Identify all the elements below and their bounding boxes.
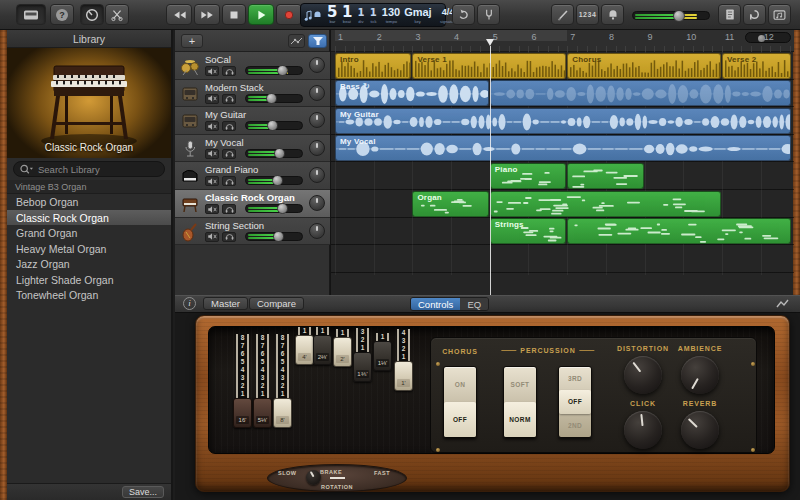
percussion-harmonic-switch-option-off[interactable]: OFF <box>559 390 591 413</box>
track-row-my-vocal[interactable]: My Vocal <box>175 135 330 163</box>
drawbar-handle[interactable]: 2' <box>333 337 352 367</box>
solo-button[interactable] <box>222 204 236 214</box>
loop-browser-button[interactable] <box>743 4 766 25</box>
track-volume-slider[interactable] <box>245 232 303 241</box>
library-item-tonewheel-organ[interactable]: Tonewheel Organ <box>7 287 171 303</box>
stop-button[interactable] <box>222 4 246 25</box>
track-row-socal[interactable]: SoCal <box>175 52 330 80</box>
lcd-beat-field[interactable]: 1beat <box>339 4 355 26</box>
drawbar-1[interactable]: 43211' <box>394 330 413 428</box>
region-midi-1[interactable] <box>567 163 643 189</box>
region-intro[interactable]: Intro <box>335 53 411 79</box>
library-item-grand-organ[interactable]: Grand Organ <box>7 225 171 241</box>
solo-button[interactable] <box>222 121 236 131</box>
mute-button[interactable] <box>205 94 219 104</box>
pan-knob[interactable] <box>309 223 325 239</box>
library-item-heavy-metal-organ[interactable]: Heavy Metal Organ <box>7 241 171 257</box>
library-category[interactable]: Vintage B3 Organ <box>7 180 171 194</box>
play-button[interactable] <box>248 4 274 25</box>
volume-knob[interactable] <box>272 175 283 186</box>
library-item-lighter-shade-organ[interactable]: Lighter Shade Organ <box>7 272 171 288</box>
rotation-control[interactable]: SLOWBRAKEFASTROTATION <box>267 464 407 492</box>
pan-knob[interactable] <box>309 85 325 101</box>
volume-knob[interactable] <box>273 231 284 242</box>
library-item-bebop-organ[interactable]: Bebop Organ <box>7 194 171 210</box>
drawbar-handle[interactable]: 1⅓' <box>373 341 392 371</box>
reverb-knob[interactable] <box>681 411 719 449</box>
percussion-mode-switch-option-norm[interactable]: NORM <box>504 402 536 437</box>
solo-button[interactable] <box>222 176 236 186</box>
timeline-ruler[interactable]: 123456789101112 <box>331 30 794 52</box>
percussion-mode-switch[interactable]: SOFTNORM <box>503 366 537 438</box>
lcd-tick-field[interactable]: 1tick <box>367 4 380 26</box>
track-volume-slider[interactable] <box>245 66 303 75</box>
drawbar-handle[interactable]: 1⅗' <box>353 352 372 382</box>
mute-button[interactable] <box>205 149 219 159</box>
region-bass-1[interactable] <box>490 80 791 106</box>
track-volume-slider[interactable] <box>245 94 303 103</box>
rotation-knob[interactable] <box>306 470 321 485</box>
drawbar-handle[interactable]: 8' <box>273 398 292 428</box>
drawbar-handle[interactable]: 5⅓' <box>253 398 272 428</box>
master-volume-slider[interactable] <box>632 11 710 20</box>
compare-button[interactable]: Compare <box>249 297 304 310</box>
mute-button[interactable] <box>205 66 219 76</box>
volume-knob[interactable] <box>274 148 285 159</box>
quick-help-button[interactable]: ? <box>50 4 74 25</box>
master-volume-knob[interactable] <box>673 10 685 22</box>
drawbar-5[interactable]: 876543215⅓' <box>253 330 272 428</box>
count-in-button[interactable]: 1234 <box>576 4 599 25</box>
lcd-tempo-field[interactable]: 130tempo <box>380 4 402 26</box>
click-knob[interactable] <box>624 411 662 449</box>
region-my-guitar[interactable]: My Guitar <box>335 108 791 134</box>
library-item-classic-rock-organ[interactable]: Classic Rock Organ <box>7 210 171 226</box>
drawbar-handle[interactable]: 4' <box>295 335 314 365</box>
ambience-knob[interactable] <box>681 356 719 394</box>
track-row-my-guitar[interactable]: My Guitar <box>175 107 330 135</box>
region-my-vocal[interactable]: My Vocal <box>335 135 791 161</box>
mute-button[interactable] <box>205 232 219 242</box>
region-chorus[interactable]: Chorus <box>567 53 721 79</box>
drawbar-8[interactable]: 876543218' <box>273 330 292 428</box>
drawbar-1[interactable]: 11⅓' <box>373 330 392 428</box>
cycle-button[interactable] <box>452 4 475 25</box>
volume-knob[interactable] <box>267 120 278 131</box>
track-volume-slider[interactable] <box>245 121 303 130</box>
editors-button[interactable] <box>105 4 129 25</box>
track-row-classic-rock-organ[interactable]: Classic Rock Organ <box>175 190 330 218</box>
drawbar-1[interactable]: 3211⅗' <box>353 330 372 428</box>
master-button[interactable]: Master <box>203 297 248 310</box>
pan-knob[interactable] <box>309 195 325 211</box>
track-row-grand-piano[interactable]: Grand Piano <box>175 162 330 190</box>
media-browser-button[interactable] <box>768 4 791 25</box>
library-item-jazz-organ[interactable]: Jazz Organ <box>7 256 171 272</box>
lcd-bar-field[interactable]: 5bar <box>325 4 339 26</box>
track-volume-slider[interactable] <box>245 176 303 185</box>
tuner-button[interactable] <box>477 4 500 25</box>
solo-button[interactable] <box>222 66 236 76</box>
drawbar-handle[interactable]: 1' <box>394 361 413 391</box>
pan-knob[interactable] <box>309 140 325 156</box>
region-organ[interactable]: Organ <box>412 191 488 217</box>
mute-button[interactable] <box>205 121 219 131</box>
volume-knob[interactable] <box>277 203 288 214</box>
metronome-button[interactable] <box>601 4 624 25</box>
solo-button[interactable] <box>222 94 236 104</box>
rotation-option-slow[interactable]: SLOW <box>278 470 297 476</box>
volume-knob[interactable] <box>277 65 288 76</box>
rewind-button[interactable] <box>166 4 192 25</box>
lcd-div-field[interactable]: 1div <box>355 4 367 26</box>
track-volume-slider[interactable] <box>245 204 303 213</box>
rotation-option-fast[interactable]: FAST <box>374 470 390 476</box>
save-button[interactable]: Save... <box>122 486 164 498</box>
library-button[interactable] <box>16 4 46 25</box>
info-button[interactable]: i <box>183 297 196 310</box>
add-track-button[interactable]: + <box>181 34 203 48</box>
drawbar-16[interactable]: 8765432116' <box>233 330 252 428</box>
percussion-harmonic-switch-option-2nd[interactable]: 2ND <box>559 414 591 437</box>
record-button[interactable] <box>276 4 302 25</box>
track-volume-slider[interactable] <box>245 149 303 158</box>
drawbar-2[interactable]: 12' <box>333 330 352 428</box>
percussion-harmonic-switch[interactable]: 3RDOFF2ND <box>558 366 592 438</box>
solo-button[interactable] <box>222 232 236 242</box>
